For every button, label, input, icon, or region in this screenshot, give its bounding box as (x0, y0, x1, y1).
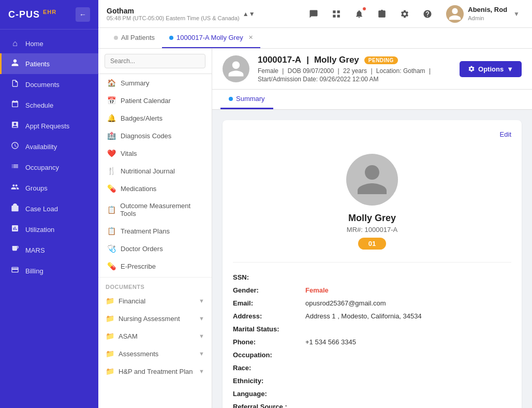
sec-nav-label: Diagnosis Codes (121, 132, 171, 140)
sidebar-item-label: Patients (25, 60, 50, 68)
patient-name: Molly Grey (314, 55, 359, 65)
chevron-icon: ▼ (199, 298, 204, 304)
groups-icon (10, 183, 20, 193)
info-row-email: Email: opusrod25367@gmail.com (233, 297, 511, 310)
sec-nav-financial[interactable]: 📁 Financial ▼ (98, 292, 212, 310)
sec-nav-outcome-tools[interactable]: 📋 Outcome Measurement Tools (98, 197, 212, 222)
info-row-occupation: Occupation: (233, 348, 511, 361)
medications-icon: 💊 (107, 184, 116, 193)
sidebar-item-home[interactable]: ⌂ Home (0, 34, 98, 53)
tab-patient[interactable]: 1000017-A Molly Grey ✕ (162, 28, 260, 48)
tab-all-patients[interactable]: All Patients (107, 28, 162, 48)
profile-section: Molly Grey MR#: 1000017-A 01 (233, 143, 511, 263)
sec-nav-summary[interactable]: 🏠 Summary (98, 74, 212, 92)
sec-nav-patient-calendar[interactable]: 📅 Patient Calendar (98, 92, 212, 109)
patient-admission: Start/Admission Date: 09/26/2022 12:00 A… (258, 76, 451, 83)
info-row-ethnicity: Ethnicity: (233, 374, 511, 387)
sidebar-item-billing[interactable]: Billing (0, 260, 98, 281)
sidebar-item-label: Appt Requests (25, 122, 69, 130)
summary-panel: Edit Molly Grey MR#: 1000017-A 01 (212, 110, 532, 408)
case-load-icon (10, 203, 20, 214)
sec-nav-hep[interactable]: 📁 H&P and Treatment Plan ▼ (98, 362, 212, 380)
tab-close-button[interactable]: ✕ (248, 34, 253, 41)
sec-nav-label: Treatment Plans (121, 227, 170, 235)
sidebar-item-groups[interactable]: Groups (0, 178, 98, 198)
section-divider (98, 277, 212, 278)
detail-separator: | (282, 67, 285, 75)
sidebar-item-occupancy[interactable]: Occupancy (0, 157, 98, 178)
sidebar-item-mars[interactable]: MARS (0, 240, 98, 260)
sec-nav-nursing[interactable]: 📁 Nursing Assessment ▼ (98, 310, 212, 327)
sidebar-item-availability[interactable]: Availability (0, 136, 98, 157)
patient-gender: Female (258, 67, 278, 75)
help-button[interactable] (419, 6, 436, 22)
info-row-race: Race: (233, 361, 511, 374)
sec-nav-nutritional[interactable]: 🍴 Nutritional Journal (98, 162, 212, 180)
sec-nav-badges-alerts[interactable]: 🔔 Badges/Alerts (98, 109, 212, 127)
edit-button[interactable]: Edit (500, 130, 511, 138)
referral-label: Referral Source : (233, 403, 305, 408)
sec-nav-diagnosis[interactable]: 🏥 Diagnosis Codes (98, 127, 212, 144)
sidebar: C-PUS EHR ← ⌂ Home Patients Documents Sc… (0, 0, 98, 408)
sidebar-item-label: Documents (25, 81, 60, 89)
main-content: 1000017-A | Molly Grey PENDING Female | … (212, 49, 532, 408)
folder-icon: 📁 (106, 297, 114, 305)
sidebar-item-patients[interactable]: Patients (0, 53, 98, 74)
sec-nav-label: Outcome Measurement Tools (120, 202, 204, 217)
notifications-button[interactable] (351, 6, 367, 22)
folder-label: Assessments (119, 350, 158, 358)
chat-button[interactable] (305, 6, 322, 22)
options-button[interactable]: Options ▼ (460, 61, 522, 77)
sec-nav-eprescribe[interactable]: 💊 E-Prescribe (98, 257, 212, 275)
appt-icon (10, 121, 20, 131)
sidebar-item-utilization[interactable]: Utilization (0, 219, 98, 240)
folder-label: Nursing Assessment (119, 315, 180, 323)
user-name: Abenis, Rod (468, 6, 507, 14)
sec-nav-medications[interactable]: 💊 Medications (98, 180, 212, 197)
gender-label: Gender: (233, 286, 305, 294)
user-role: Admin (468, 14, 507, 22)
sec-nav-treatment-plans[interactable]: 📋 Treatment Plans (98, 222, 212, 240)
sec-nav-asam[interactable]: 📁 ASAM ▼ (98, 327, 212, 345)
availability-icon (10, 141, 20, 152)
patient-dob: DOB 09/07/2000 (288, 67, 334, 75)
sec-nav-assessments[interactable]: 📁 Assessments ▼ (98, 345, 212, 362)
settings-button[interactable] (396, 6, 413, 22)
language-label: Language: (233, 390, 305, 398)
patient-details: Female | DOB 09/07/2000 | 22 years | Loc… (258, 67, 451, 75)
treatment-icon: 📋 (107, 227, 116, 235)
location-dropdown-icon[interactable]: ▲▼ (243, 10, 255, 18)
folder-icon: 📁 (106, 349, 114, 358)
info-row-referral: Referral Source : (233, 400, 511, 408)
sidebar-item-appt-requests[interactable]: Appt Requests (0, 115, 98, 136)
sec-nav-label: Badges/Alerts (121, 114, 162, 122)
sec-nav-doctor-orders[interactable]: 🩺 Doctor Orders (98, 240, 212, 257)
user-info: Abenis, Rod Admin (468, 6, 507, 22)
search-input[interactable] (105, 54, 205, 68)
sidebar-item-schedule[interactable]: Schedule (0, 95, 98, 115)
sidebar-item-case-load[interactable]: Case Load (0, 198, 98, 219)
ssn-label: SSN: (233, 273, 305, 281)
chevron-icon: ▼ (199, 351, 204, 357)
user-menu[interactable]: Abenis, Rod Admin ▼ (442, 3, 524, 25)
search-area (98, 49, 212, 74)
sec-nav-vitals[interactable]: ❤️ Vitals (98, 144, 212, 162)
sidebar-item-label: Availability (25, 143, 57, 151)
sidebar-item-label: MARS (25, 246, 45, 254)
location-name: Gotham (107, 7, 240, 15)
folder-icon: 📁 (106, 332, 114, 340)
patient-header: 1000017-A | Molly Grey PENDING Female | … (212, 49, 532, 90)
back-button[interactable]: ← (76, 7, 90, 22)
sidebar-item-documents[interactable]: Documents (0, 74, 98, 95)
utilization-icon (10, 224, 20, 235)
sidebar-item-label: Home (25, 40, 43, 48)
grid-button[interactable] (328, 6, 345, 22)
sec-nav-label: E-Prescribe (121, 263, 156, 270)
phone-label: Phone: (233, 338, 305, 346)
address-label: Address: (233, 312, 305, 320)
chevron-icon: ▼ (199, 333, 204, 339)
occupancy-icon (10, 162, 20, 172)
inner-tab-summary[interactable]: Summary (220, 90, 273, 109)
calendar-icon: 📅 (107, 96, 116, 105)
clipboard-button[interactable] (374, 6, 390, 22)
